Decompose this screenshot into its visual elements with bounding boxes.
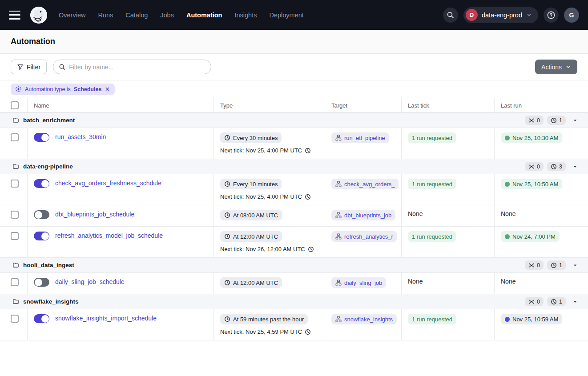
row-checkbox[interactable] (11, 278, 19, 286)
type-cell: Every 10 minutes Next tick: Nov 25, 4:00… (214, 174, 325, 205)
group-name: batch_enrichment (23, 117, 75, 124)
schedule-name-link[interactable]: check_avg_orders_freshness_schdule (55, 180, 161, 187)
last-tick-badge[interactable]: 1 run requested (408, 231, 456, 242)
nav-item-automation[interactable]: Automation (186, 12, 222, 19)
last-run-cell: Nov 24, 7:00 PM (495, 227, 588, 257)
page-header: Automation (0, 30, 588, 54)
schedule-count-badge: 1 (547, 260, 566, 270)
target-cell: run_etl_pipeline (325, 128, 402, 159)
last-tick-badge[interactable]: 1 run requested (408, 179, 456, 189)
last-tick-cell: None (402, 273, 495, 294)
funnel-icon (17, 64, 24, 70)
clock-icon (224, 135, 230, 141)
target-cell: check_avg_orders_ (325, 174, 402, 205)
schedule-name-link[interactable]: snowflake_insights_import_schedule (55, 315, 157, 322)
row-checkbox[interactable] (11, 180, 19, 188)
last-run-cell: Nov 25, 10:30 AM (495, 128, 588, 159)
menu-icon[interactable] (9, 11, 20, 20)
row-checkbox[interactable] (11, 211, 19, 219)
last-tick-cell: 1 run requested (402, 174, 495, 205)
col-header-name: Name (28, 98, 214, 112)
dagster-logo-icon[interactable] (30, 7, 47, 24)
last-run-cell: Nov 25, 10:50 AM (495, 174, 588, 205)
select-all-checkbox[interactable] (11, 101, 19, 109)
last-run-badge[interactable]: Nov 25, 10:59 AM (501, 314, 562, 324)
group-row-hooli-data-ingest[interactable]: hooli_data_ingest 0 1 (0, 258, 588, 273)
schedule-name-link[interactable]: daily_sling_job_schedule (55, 278, 125, 285)
last-run-badge[interactable]: Nov 24, 7:00 PM (501, 231, 560, 242)
last-run-badge[interactable]: Nov 25, 10:30 AM (501, 132, 562, 143)
filter-chip-automation-type[interactable]: Automation type is Schedules (11, 84, 115, 95)
chevron-down-icon (526, 12, 532, 18)
deployment-switcher[interactable]: D data-eng-prod (463, 7, 538, 23)
nav-item-overview[interactable]: Overview (59, 12, 85, 19)
table-row: daily_sling_job_schedule At 12:00 AM UTC… (0, 273, 588, 294)
last-run-none: None (501, 209, 516, 217)
col-header-last-run: Last run (495, 98, 588, 112)
nav-item-insights[interactable]: Insights (234, 12, 257, 19)
last-tick-cell: None (402, 205, 495, 226)
filter-button[interactable]: Filter (11, 60, 47, 74)
next-tick: Next tick: Nov 25, 4:00 PM UTC (220, 147, 318, 154)
sensor-count-badge: 0 (525, 297, 544, 306)
cron-badge: At 12:00 AM UTC (220, 277, 282, 288)
group-name: hooli_data_ingest (23, 262, 74, 268)
toolbar: Filter Actions (0, 54, 588, 80)
schedule-toggle[interactable] (34, 314, 49, 323)
schedule-toggle[interactable] (34, 179, 49, 188)
collapse-group-icon[interactable] (572, 299, 578, 305)
schedule-toggle[interactable] (34, 278, 49, 287)
collapse-group-icon[interactable] (572, 117, 578, 124)
target-link[interactable]: dbt_blueprints_job (331, 210, 395, 220)
last-tick-badge[interactable]: 1 run requested (408, 314, 456, 324)
group-row-data-eng-pipeline[interactable]: data-eng-pipeline 0 3 (0, 159, 588, 174)
row-checkbox[interactable] (11, 315, 19, 323)
row-checkbox[interactable] (11, 232, 19, 240)
collapse-group-icon[interactable] (572, 262, 578, 268)
target-link[interactable]: refresh_analytics_r (331, 231, 397, 242)
actions-button[interactable]: Actions (535, 60, 577, 74)
sensor-icon (528, 262, 535, 268)
type-cell: Every 30 minutes Next tick: Nov 25, 4:00… (214, 128, 325, 159)
target-link[interactable]: snowflake_insights (331, 314, 397, 324)
group-row-batch-enrichment[interactable]: batch_enrichment 0 1 (0, 113, 588, 128)
schedule-name-link[interactable]: refresh_analytics_model_job_schedule (55, 232, 163, 239)
nav-item-runs[interactable]: Runs (98, 12, 113, 19)
nav-item-jobs[interactable]: Jobs (160, 12, 174, 19)
sensor-count-badge: 0 (525, 162, 544, 171)
cron-badge: Every 10 minutes (220, 179, 282, 189)
cron-badge: At 12:00 AM UTC (220, 231, 282, 242)
target-link[interactable]: run_etl_pipeline (331, 132, 389, 143)
nav-item-catalog[interactable]: Catalog (125, 12, 148, 19)
row-checkbox[interactable] (11, 133, 19, 141)
remove-filter-icon[interactable] (105, 86, 110, 92)
schedule-toggle[interactable] (34, 133, 49, 142)
last-tick-badge[interactable]: 1 run requested (408, 132, 456, 143)
clock-icon (551, 262, 557, 268)
col-header-target: Target (325, 98, 402, 112)
name-filter-input[interactable] (69, 64, 205, 71)
clock-icon (305, 329, 311, 335)
help-icon[interactable] (544, 8, 559, 23)
deployment-avatar: D (466, 9, 478, 21)
group-row-snowflake-insights[interactable]: snowflake_insights 0 1 (0, 294, 588, 309)
last-tick-none: None (408, 209, 423, 217)
search-icon[interactable] (443, 8, 458, 23)
user-avatar[interactable]: G (564, 8, 579, 23)
job-graph-icon (335, 316, 342, 322)
collapse-group-icon[interactable] (572, 164, 578, 170)
target-link[interactable]: check_avg_orders_ (331, 179, 399, 189)
last-run-badge[interactable]: Nov 25, 10:50 AM (501, 179, 562, 189)
type-cell: At 08:00 AM UTC (214, 205, 325, 226)
schedule-name-link[interactable]: run_assets_30min (55, 133, 106, 140)
target-cell: daily_sling_job (325, 273, 402, 294)
schedule-toggle[interactable] (34, 232, 49, 240)
target-link[interactable]: daily_sling_job (331, 277, 386, 288)
last-run-none: None (501, 277, 516, 285)
last-tick-cell: 1 run requested (402, 227, 495, 257)
folder-icon (12, 117, 19, 124)
nav-item-deployment[interactable]: Deployment (269, 12, 303, 19)
schedule-toggle[interactable] (34, 210, 49, 219)
schedule-name-link[interactable]: dbt_blueprints_job_schedule (55, 211, 134, 218)
last-run-cell: None (495, 273, 588, 294)
